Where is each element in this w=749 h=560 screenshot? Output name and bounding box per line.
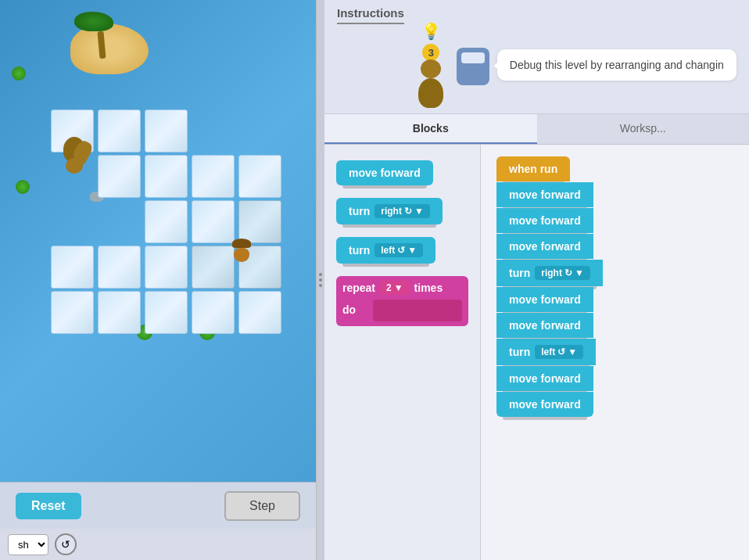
palette-turn-right[interactable]: turn right ↻ ▼ bbox=[336, 198, 443, 224]
turn-right-chevron: ▼ bbox=[414, 206, 424, 217]
ws-turn-left-dir: left bbox=[541, 346, 555, 357]
squirrel-character bbox=[59, 137, 90, 172]
ws-turn-left-chev: ▼ bbox=[568, 346, 577, 357]
when-run-block[interactable]: when run bbox=[496, 156, 570, 181]
ice-tile-12 bbox=[145, 246, 188, 289]
dot-2 bbox=[319, 278, 322, 282]
avatar-sq-head bbox=[421, 59, 441, 78]
ws-turn-right-block[interactable]: turn right ↻ ▼ bbox=[496, 260, 603, 286]
instructions-content: 💡 3 Debug this level by rearranging and … bbox=[414, 6, 736, 107]
right-panel: Instructions 💡 3 Debug this level by rea… bbox=[324, 0, 749, 560]
repeat-num: 2 bbox=[386, 282, 392, 293]
palm-trunk bbox=[97, 31, 106, 59]
ws-turn-left-block[interactable]: turn left ↺ ▼ bbox=[496, 339, 596, 365]
palette-turn-left[interactable]: turn left ↺ ▼ bbox=[336, 237, 435, 264]
reset-button[interactable]: Reset bbox=[16, 493, 81, 519]
panel-separator[interactable] bbox=[317, 0, 324, 560]
ice-tile-11 bbox=[98, 246, 141, 289]
block-stack-main: when run move forward move forward move … bbox=[496, 156, 733, 418]
avatar-squirrel bbox=[414, 64, 449, 107]
do-slot[interactable] bbox=[373, 300, 462, 321]
plant-2 bbox=[16, 180, 30, 194]
ws-turn-left-arr: ↺ bbox=[557, 346, 565, 357]
step-button[interactable]: Step bbox=[224, 491, 300, 521]
ws-turn-left-label: turn bbox=[509, 346, 530, 358]
main-content: Reset Step sh ↺ Instructions 💡 bbox=[0, 0, 749, 560]
dot-1 bbox=[319, 273, 322, 276]
palette-move-forward[interactable]: move forward bbox=[336, 160, 433, 185]
avatar-robot bbox=[457, 48, 489, 85]
blocks-workspace-tabs: Blocks Worksp... bbox=[324, 114, 749, 145]
do-label: do bbox=[342, 303, 356, 316]
refresh-icon-button[interactable]: ↺ bbox=[55, 533, 77, 555]
ice-tile-10 bbox=[51, 246, 94, 289]
ice-tile-15 bbox=[145, 291, 188, 334]
ice-tile-7 bbox=[238, 155, 281, 198]
palette-repeat[interactable]: repeat 2 ▼ times do bbox=[336, 276, 468, 326]
repeat-do: do bbox=[342, 298, 462, 321]
instructions-tab[interactable]: Instructions bbox=[337, 6, 404, 24]
turn-left-chevron: ▼ bbox=[407, 245, 417, 256]
ws-block-6[interactable]: move forward bbox=[496, 366, 593, 391]
code-workspace: when run move forward move forward move … bbox=[481, 145, 749, 560]
block-palette: move forward turn right ↻ ▼ turn left ↺ … bbox=[324, 145, 481, 560]
ws-turn-right-label: turn bbox=[509, 267, 530, 279]
ws-turn-right-chev: ▼ bbox=[575, 267, 584, 278]
repeat-num-dropdown[interactable]: 2 ▼ bbox=[380, 281, 410, 295]
repeat-label: repeat bbox=[342, 282, 375, 294]
ws-block-7[interactable]: move forward bbox=[496, 392, 593, 417]
game-panel: Reset Step sh ↺ bbox=[0, 0, 317, 560]
tab-workspace[interactable]: Worksp... bbox=[537, 114, 750, 144]
squirrel-avatar: 💡 3 bbox=[414, 22, 449, 107]
instruction-text: Debug this level by rearranging and chan… bbox=[497, 49, 736, 81]
turn-left-dropdown[interactable]: left ↺ ▼ bbox=[374, 243, 423, 257]
ice-tile-5 bbox=[145, 155, 188, 198]
acorn-body bbox=[234, 248, 249, 262]
turn-right-label: turn bbox=[349, 205, 370, 217]
game-canvas bbox=[0, 0, 316, 482]
badge-number: 3 bbox=[422, 44, 439, 61]
acorn bbox=[231, 239, 253, 260]
ws-turn-right-arr: ↻ bbox=[564, 267, 572, 278]
ws-turn-right-dropdown[interactable]: right ↻ ▼ bbox=[535, 266, 590, 280]
ws-block-1[interactable]: move forward bbox=[496, 182, 593, 207]
game-bottom: sh ↺ bbox=[0, 529, 316, 560]
ws-block-4[interactable]: move forward bbox=[496, 287, 593, 312]
cracked-tile-1 bbox=[238, 200, 281, 243]
ice-tile-2 bbox=[98, 109, 141, 153]
ws-block-3[interactable]: move forward bbox=[496, 234, 593, 259]
blocks-area: move forward turn right ↻ ▼ turn left ↺ … bbox=[324, 145, 749, 560]
plant-1 bbox=[12, 66, 26, 81]
turn-left-arrows: ↺ bbox=[397, 245, 405, 256]
dot-3 bbox=[319, 284, 322, 287]
repeat-header: repeat 2 ▼ times bbox=[342, 281, 462, 295]
ws-turn-right-dir: right bbox=[541, 267, 562, 278]
language-select[interactable]: sh bbox=[8, 534, 48, 555]
ice-tile-3 bbox=[145, 109, 188, 153]
turn-left-dir: left bbox=[381, 245, 395, 256]
lightbulb-icon: 💡 bbox=[421, 22, 441, 41]
ice-tile-14 bbox=[98, 291, 141, 334]
repeat-times-label: times bbox=[414, 282, 443, 294]
tab-blocks[interactable]: Blocks bbox=[324, 114, 537, 144]
ws-block-2[interactable]: move forward bbox=[496, 208, 593, 233]
turn-left-label: turn bbox=[349, 244, 370, 257]
ws-block-5[interactable]: move forward bbox=[496, 313, 593, 338]
game-controls: Reset Step bbox=[0, 482, 316, 529]
turn-right-arrows: ↻ bbox=[404, 206, 412, 217]
ice-tile-6 bbox=[192, 155, 235, 198]
turn-right-dir: right bbox=[381, 206, 402, 217]
island bbox=[63, 16, 156, 78]
avatar-sq-body bbox=[418, 78, 443, 108]
ice-tile-8 bbox=[145, 200, 188, 243]
repeat-chevron: ▼ bbox=[394, 282, 403, 293]
acorn-cap bbox=[232, 239, 251, 248]
turn-right-dropdown[interactable]: right ↻ ▼ bbox=[374, 204, 430, 218]
ice-tile-17 bbox=[238, 291, 281, 334]
ice-tile-9 bbox=[192, 200, 235, 243]
cracked-tile-2 bbox=[192, 246, 235, 289]
ws-turn-left-dropdown[interactable]: left ↺ ▼ bbox=[535, 345, 583, 359]
ice-tile-16 bbox=[192, 291, 235, 334]
instructions-section: Instructions 💡 3 Debug this level by rea… bbox=[324, 0, 749, 114]
palm-tree bbox=[90, 16, 113, 59]
